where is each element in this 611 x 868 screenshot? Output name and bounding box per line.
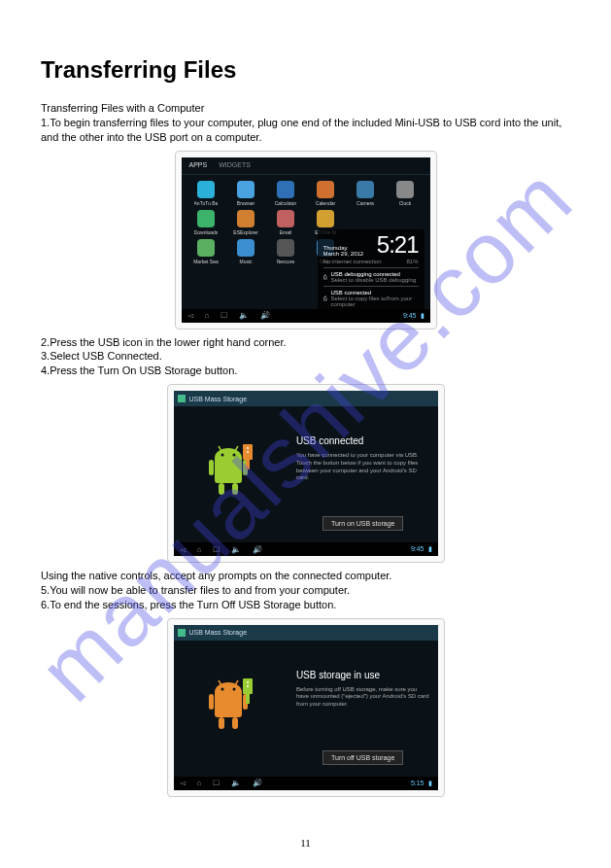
app-icon: Music [227, 239, 265, 264]
android-robot [174, 641, 292, 777]
subtitle: Transferring Files with a Computer [41, 101, 570, 116]
home-icon: ⌂ [197, 779, 202, 787]
figure-3-tablet: USB Mass Storage USB storage in use Befo… [167, 618, 445, 797]
step-4: 4.Press the Turn On USB Storage button. [41, 364, 570, 378]
app-label: AnTuTu Be [194, 200, 219, 206]
back-icon: ◅ [180, 545, 186, 554]
turn-on-usb-button[interactable]: Turn on USB storage [322, 516, 404, 531]
android-mini-icon [178, 395, 186, 402]
app-label: Calculator [275, 200, 297, 206]
notif-2-sub: Select to copy files to/from your comput… [331, 295, 419, 307]
app-icon: Email [267, 210, 305, 235]
app-icon: Clock [387, 181, 424, 206]
vol-down-icon: 🔈 [231, 545, 241, 554]
native-controls-note: Using the native controls, accept any pr… [41, 569, 570, 583]
usb-title: USB connected [296, 435, 430, 446]
step-5: 5.You will now be able to transfer files… [41, 583, 570, 598]
app-label: Camera [356, 200, 374, 206]
page-title: Transferring Files [41, 56, 570, 84]
home-icon: ⌂ [205, 311, 210, 320]
battery-icon: ▮ [428, 545, 432, 553]
usb-top-label: USB Mass Storage [189, 396, 248, 402]
nav-bar: ◅⌂☐🔈🔊 9:45▮ [174, 542, 438, 556]
step-1: 1.To begin transferring files to your co… [41, 116, 570, 145]
usb-titlebar: USB Mass Storage [174, 391, 438, 406]
lower-steps: Using the native controls, accept any pr… [41, 569, 570, 612]
vol-up-icon: 🔊 [253, 545, 262, 554]
turn-off-usb-button[interactable]: Turn off USB storage [322, 750, 403, 765]
home-icon: ⌂ [197, 545, 202, 554]
tab-apps: APPS [189, 161, 208, 170]
nav-time: 5:15 [411, 780, 424, 787]
app-glyph-icon [197, 239, 215, 257]
app-icon: Calculator [267, 181, 305, 206]
clock-time: 5:21 [377, 233, 419, 257]
notif-1-sub: Select to disable USB debugging [331, 277, 417, 283]
clock-status: No internet connection [323, 259, 382, 264]
app-glyph-icon [197, 210, 215, 227]
usb-desc: You have connected to your computer via … [296, 452, 430, 482]
app-icon: Browser [227, 181, 265, 206]
app-glyph-icon [237, 239, 255, 257]
mid-steps: 2.Press the USB icon in the lower right … [41, 335, 570, 379]
app-glyph-icon [237, 181, 255, 198]
nav-time: 9:45 [403, 312, 417, 320]
vol-down-icon: 🔈 [231, 779, 241, 787]
svg-point-12 [247, 447, 249, 449]
app-glyph-icon [356, 181, 374, 198]
app-glyph-icon [197, 181, 215, 198]
android-robot [174, 406, 292, 542]
figure-3-screen: USB Mass Storage USB storage in use Befo… [174, 625, 438, 790]
app-glyph-icon [317, 181, 334, 198]
app-icon: Camera [347, 181, 385, 206]
svg-point-20 [221, 687, 223, 690]
app-glyph-icon [317, 210, 334, 227]
battery-icon: ▮ [428, 780, 432, 787]
usb-desc: Before turning off USB storage, make sur… [296, 686, 430, 709]
vol-up-icon: 🔊 [260, 311, 270, 320]
app-glyph-icon [237, 210, 255, 227]
app-icon: AnTuTu Be [187, 181, 225, 206]
svg-point-27 [247, 685, 249, 687]
app-label: Email [280, 229, 292, 235]
recent-icon: ☐ [213, 779, 220, 787]
nav-bar: ◅⌂☐🔈🔊 5:15▮ [174, 777, 438, 790]
usb-title: USB storage in use [296, 670, 430, 680]
step-6: 6.To end the sessions, press the Turn Of… [41, 598, 570, 612]
figure-2-tablet: USB Mass Storage USB connected You have … [167, 384, 445, 563]
back-icon: ◅ [180, 779, 186, 787]
battery-icon: ▮ [421, 312, 424, 320]
back-icon: ◅ [187, 311, 193, 320]
svg-point-7 [232, 454, 235, 457]
svg-point-26 [247, 681, 249, 683]
svg-rect-5 [232, 483, 238, 495]
clock-batt: 81% [406, 259, 418, 264]
app-glyph-icon [396, 210, 414, 227]
svg-point-13 [247, 451, 249, 453]
app-icon: Nexcore [267, 239, 305, 264]
svg-rect-2 [209, 460, 214, 475]
svg-rect-16 [209, 694, 214, 710]
usb-titlebar: USB Mass Storage [174, 625, 438, 641]
app-glyph-icon [277, 181, 294, 198]
app-glyph-icon [396, 181, 414, 198]
svg-rect-11 [246, 460, 250, 469]
app-label: Browser [237, 200, 255, 206]
app-label: Music [239, 259, 252, 264]
step-2: 2.Press the USB icon in the lower right … [41, 335, 570, 350]
svg-rect-25 [246, 694, 250, 704]
svg-rect-1 [215, 458, 242, 483]
page-number: 11 [0, 837, 611, 849]
svg-point-21 [232, 687, 235, 690]
recent-icon: ☐ [221, 311, 227, 320]
intro-block: Transferring Files with a Computer 1.To … [41, 101, 570, 145]
app-label: Clock [399, 200, 412, 206]
vol-up-icon: 🔊 [253, 779, 262, 787]
app-label: Calendar [316, 200, 335, 206]
nav-time: 9:45 [411, 545, 424, 553]
vol-down-icon: 🔈 [239, 311, 249, 320]
recent-icon: ☐ [213, 545, 220, 554]
app-label: Nexcore [277, 259, 295, 264]
app-label: Market Sea [193, 259, 219, 264]
app-icon: Calendar [307, 181, 345, 206]
